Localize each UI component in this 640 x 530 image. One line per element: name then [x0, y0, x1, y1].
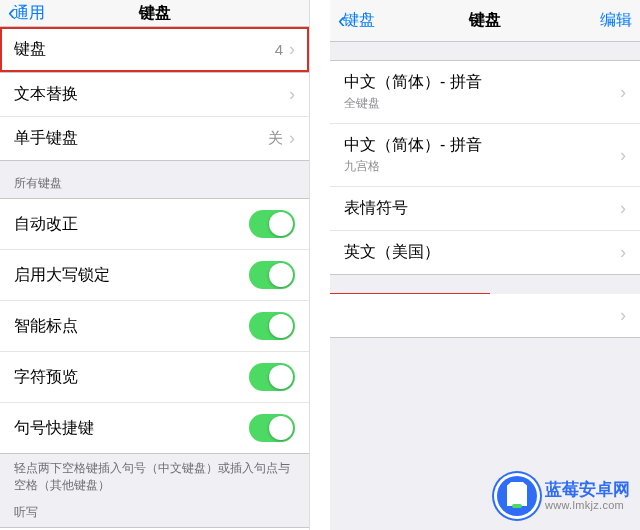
- keyboard-item[interactable]: 英文（美国） ›: [330, 231, 640, 274]
- auto-correct-row: 自动改正: [0, 199, 309, 250]
- one-handed-value: 关: [268, 129, 283, 148]
- chevron-right-icon: ›: [620, 145, 626, 166]
- chevron-right-icon: ›: [620, 198, 626, 219]
- auto-correct-label: 自动改正: [14, 214, 78, 235]
- watermark-url: www.lmkjz.com: [545, 499, 630, 511]
- back-label: 键盘: [343, 10, 375, 31]
- one-handed-row[interactable]: 单手键盘 关 ›: [0, 117, 309, 160]
- one-handed-label: 单手键盘: [14, 128, 78, 149]
- chevron-right-icon: ›: [289, 128, 295, 149]
- shortcut-footer: 轻点两下空格键插入句号（中文键盘）或插入句点与空格（其他键盘）: [0, 454, 309, 500]
- keyboard-item[interactable]: 中文（简体）- 拼音 全键盘 ›: [330, 61, 640, 124]
- period-shortcut-row: 句号快捷键: [0, 403, 309, 453]
- chevron-right-icon: ›: [620, 305, 626, 326]
- auto-correct-toggle[interactable]: [249, 210, 295, 238]
- char-preview-label: 字符预览: [14, 367, 78, 388]
- keyboard-sublabel: 九宫格: [344, 158, 380, 175]
- smart-punct-toggle[interactable]: [249, 312, 295, 340]
- keyboard-settings-pane: ‹ 通用 键盘 键盘 4 › 文本替换 › 单手键盘 关: [0, 0, 310, 530]
- toggles-group: 自动改正 启用大写锁定 智能标点 字符预览 句号快捷键: [0, 198, 309, 454]
- keyboard-item[interactable]: 中文（简体）- 拼音 九宫格 ›: [330, 124, 640, 187]
- navbar-right: ‹ 键盘 键盘 编辑: [330, 0, 640, 42]
- caps-lock-row: 启用大写锁定: [0, 250, 309, 301]
- navbar-left: ‹ 通用 键盘: [0, 0, 309, 27]
- period-shortcut-toggle[interactable]: [249, 414, 295, 442]
- section-header-dictation: 听写: [0, 500, 309, 527]
- keyboards-row[interactable]: 键盘 4 ›: [0, 27, 309, 72]
- back-button[interactable]: ‹ 通用: [8, 0, 45, 26]
- text-replacement-label: 文本替换: [14, 84, 78, 105]
- chevron-right-icon: ›: [620, 242, 626, 263]
- keyboard-label: 中文（简体）- 拼音: [344, 135, 482, 156]
- back-button[interactable]: ‹ 键盘: [338, 8, 375, 34]
- char-preview-row: 字符预览: [0, 352, 309, 403]
- page-title: 键盘: [0, 3, 309, 24]
- page-title: 键盘: [330, 10, 640, 31]
- keyboard-label: 表情符号: [344, 198, 408, 219]
- edit-button[interactable]: 编辑: [600, 10, 632, 31]
- text-replacement-row[interactable]: 文本替换 ›: [0, 73, 309, 117]
- section-header-all-keyboards: 所有键盘: [0, 161, 309, 198]
- keyboards-label: 键盘: [14, 39, 46, 60]
- chevron-right-icon: ›: [620, 82, 626, 103]
- keyboard-label: 中文（简体）- 拼音: [344, 72, 482, 93]
- keyboard-sublabel: 全键盘: [344, 95, 380, 112]
- chevron-right-icon: ›: [289, 84, 295, 105]
- back-label: 通用: [13, 3, 45, 24]
- keyboard-label: 英文（美国）: [344, 242, 440, 263]
- keyboards-list-pane: ‹ 键盘 键盘 编辑 中文（简体）- 拼音 全键盘 › 中文（简体）- 拼音 九…: [330, 0, 640, 530]
- caps-lock-label: 启用大写锁定: [14, 265, 110, 286]
- android-icon: [497, 476, 537, 516]
- dictation-group: 启用听写: [0, 527, 309, 530]
- caps-lock-toggle[interactable]: [249, 261, 295, 289]
- char-preview-toggle[interactable]: [249, 363, 295, 391]
- smart-punct-row: 智能标点: [0, 301, 309, 352]
- keyboards-count: 4: [275, 41, 283, 58]
- text-group: 文本替换 › 单手键盘 关 ›: [0, 72, 309, 161]
- chevron-right-icon: ›: [289, 39, 295, 60]
- keyboards-list: 中文（简体）- 拼音 全键盘 › 中文（简体）- 拼音 九宫格 › 表情符号 ›: [330, 60, 640, 275]
- period-shortcut-label: 句号快捷键: [14, 418, 94, 439]
- smart-punct-label: 智能标点: [14, 316, 78, 337]
- watermark-title: 蓝莓安卓网: [545, 481, 630, 500]
- keyboard-item[interactable]: 表情符号 ›: [330, 187, 640, 231]
- watermark: 蓝莓安卓网 www.lmkjz.com: [497, 476, 630, 516]
